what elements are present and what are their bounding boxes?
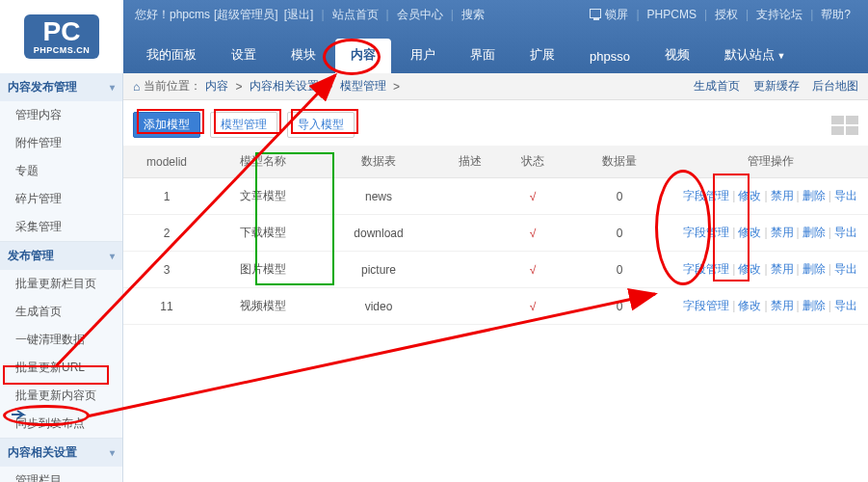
add-model-button[interactable]: 添加模型 xyxy=(133,112,200,138)
op-3[interactable]: 删除 xyxy=(802,189,826,202)
td-1: 文章模型 xyxy=(210,178,316,215)
breadcrumb-bar: ⌂ 当前位置： 内容 > 内容相关设置 > 模型管理 > 生成首页 更新缓存 后… xyxy=(123,73,868,100)
side-item-1-2[interactable]: 一键清理数据 xyxy=(0,326,122,354)
nav-tab-9[interactable]: 默认站点 xyxy=(709,39,801,73)
op-4[interactable]: 导出 xyxy=(834,299,857,312)
site-home-link[interactable]: 站点首页 xyxy=(332,7,379,23)
td-4: √ xyxy=(499,288,566,325)
nav-tab-4[interactable]: 用户 xyxy=(395,39,451,73)
side-item-2-0[interactable]: 管理栏目 xyxy=(0,467,122,482)
side-item-1-1[interactable]: 生成首页 xyxy=(0,298,122,326)
nav-tab-8[interactable]: 视频 xyxy=(649,39,705,73)
nav-tab-7[interactable]: phpsso xyxy=(574,41,645,73)
op-0[interactable]: 字段管理 xyxy=(683,299,729,312)
td-4: √ xyxy=(499,215,566,252)
member-center-link[interactable]: 会员中心 xyxy=(397,7,443,23)
nav-tab-0[interactable]: 我的面板 xyxy=(131,39,212,73)
td-2: download xyxy=(316,215,441,252)
side-item-0-4[interactable]: 采集管理 xyxy=(0,213,122,241)
td-ops: 字段管理|修改|禁用|删除|导出 xyxy=(672,178,868,215)
import-model-button[interactable]: 导入模型 xyxy=(287,112,355,138)
table-row: 3图片模型picture√0字段管理|修改|禁用|删除|导出 xyxy=(123,252,868,288)
nav-tab-5[interactable]: 界面 xyxy=(455,39,511,73)
side-item-1-0[interactable]: 批量更新栏目页 xyxy=(0,270,122,298)
crumb-content[interactable]: 内容 xyxy=(205,78,228,94)
crumb-settings[interactable]: 内容相关设置 xyxy=(250,78,319,94)
op-4[interactable]: 导出 xyxy=(834,189,857,202)
op-0[interactable]: 字段管理 xyxy=(683,226,729,239)
breadcrumb-label: 当前位置： xyxy=(144,78,201,94)
help-link[interactable]: 帮助? xyxy=(821,7,851,23)
side-item-0-3[interactable]: 碎片管理 xyxy=(0,185,122,213)
navbar: 我的面板设置模块内容用户界面扩展phpsso视频默认站点 xyxy=(123,29,868,73)
logo-big: PC xyxy=(34,18,91,45)
logo[interactable]: PC PHPCMS.CN xyxy=(0,0,123,73)
op-3[interactable]: 删除 xyxy=(802,226,826,239)
td-ops: 字段管理|修改|禁用|删除|导出 xyxy=(672,215,868,252)
op-2[interactable]: 禁用 xyxy=(771,262,794,276)
op-1[interactable]: 修改 xyxy=(738,226,761,239)
forum-link[interactable]: 支持论坛 xyxy=(756,7,802,23)
main: ⌂ 当前位置： 内容 > 内容相关设置 > 模型管理 > 生成首页 更新缓存 后… xyxy=(123,73,868,482)
side-item-0-2[interactable]: 专题 xyxy=(0,157,122,185)
th-1: 模型名称 xyxy=(210,146,316,178)
op-1[interactable]: 修改 xyxy=(738,189,761,202)
nav-tab-2[interactable]: 模块 xyxy=(276,39,331,73)
td-0: 2 xyxy=(123,215,210,252)
td-ops: 字段管理|修改|禁用|删除|导出 xyxy=(672,288,868,325)
td-2: news xyxy=(316,178,441,215)
op-4[interactable]: 导出 xyxy=(834,226,857,239)
update-cache-link[interactable]: 更新缓存 xyxy=(753,79,800,93)
toolbar: 添加模型 模型管理 导入模型 xyxy=(123,100,868,146)
op-2[interactable]: 禁用 xyxy=(771,299,794,312)
admin-map-link[interactable]: 后台地图 xyxy=(812,79,858,93)
op-3[interactable]: 删除 xyxy=(802,262,826,276)
side-item-0-0[interactable]: 管理内容 xyxy=(0,101,122,129)
lock-screen-link[interactable]: 锁屏 xyxy=(590,7,628,23)
grid-view-icon[interactable] xyxy=(831,116,858,135)
td-2: picture xyxy=(316,252,441,288)
logo-small: PHPCMS.CN xyxy=(34,45,91,55)
side-head-0[interactable]: 内容发布管理 xyxy=(0,73,122,101)
op-1[interactable]: 修改 xyxy=(738,299,761,312)
op-3[interactable]: 删除 xyxy=(802,299,826,312)
license-link[interactable]: 授权 xyxy=(715,7,738,23)
td-2: video xyxy=(316,288,441,325)
op-0[interactable]: 字段管理 xyxy=(683,262,729,276)
td-3 xyxy=(441,215,499,252)
td-3 xyxy=(441,252,499,288)
home-icon: ⌂ xyxy=(133,80,140,94)
side-item-1-4[interactable]: 批量更新内容页 xyxy=(0,382,122,410)
op-2[interactable]: 禁用 xyxy=(771,226,794,239)
op-4[interactable]: 导出 xyxy=(834,262,857,276)
nav-tab-1[interactable]: 设置 xyxy=(216,39,272,73)
header: PC PHPCMS.CN 您好！phpcms [超级管理员] [退出] | 站点… xyxy=(0,0,868,73)
td-5: 0 xyxy=(566,178,672,215)
side-item-0-1[interactable]: 附件管理 xyxy=(0,129,122,157)
op-2[interactable]: 禁用 xyxy=(771,189,794,202)
td-ops: 字段管理|修改|禁用|删除|导出 xyxy=(672,252,868,288)
logout-link[interactable]: [退出] xyxy=(284,7,314,23)
sidebar: 内容发布管理管理内容附件管理专题碎片管理采集管理发布管理批量更新栏目页生成首页一… xyxy=(0,73,123,482)
manage-model-button[interactable]: 模型管理 xyxy=(210,112,277,138)
gen-home-link[interactable]: 生成首页 xyxy=(694,79,740,93)
side-head-2[interactable]: 内容相关设置 xyxy=(0,439,122,467)
crumb-model-manage[interactable]: 模型管理 xyxy=(340,78,386,94)
search-link[interactable]: 搜索 xyxy=(461,7,485,23)
side-item-1-3[interactable]: 批量更新URL xyxy=(0,354,122,382)
th-0: modelid xyxy=(123,146,210,178)
td-0: 1 xyxy=(123,178,210,215)
td-5: 0 xyxy=(566,215,672,252)
table-row: 1文章模型news√0字段管理|修改|禁用|删除|导出 xyxy=(123,178,868,215)
op-0[interactable]: 字段管理 xyxy=(683,189,729,202)
op-1[interactable]: 修改 xyxy=(738,262,761,276)
side-head-1[interactable]: 发布管理 xyxy=(0,242,122,270)
side-item-1-5[interactable]: 同步到发布点 xyxy=(0,410,122,438)
td-1: 下载模型 xyxy=(210,215,316,252)
td-1: 视频模型 xyxy=(210,288,316,325)
monitor-icon xyxy=(590,9,601,18)
nav-tab-3[interactable]: 内容 xyxy=(335,39,391,73)
phpcms-link[interactable]: PHPCMS xyxy=(647,8,697,21)
td-3 xyxy=(441,288,499,325)
nav-tab-6[interactable]: 扩展 xyxy=(514,39,570,73)
